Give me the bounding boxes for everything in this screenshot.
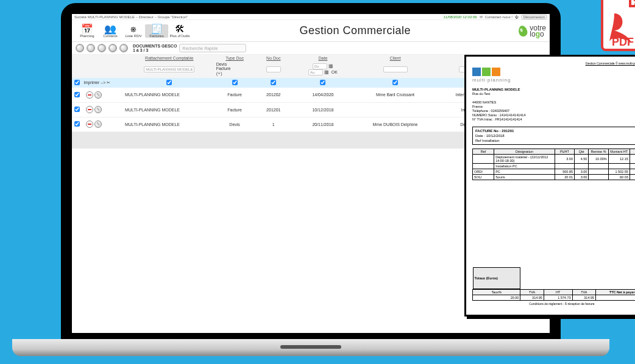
cell-client <box>353 102 437 117</box>
tool-label: Planning <box>80 34 94 38</box>
brand-logo: votre logo <box>519 25 546 37</box>
filter-type-plus[interactable]: (+) <box>216 71 222 76</box>
status-company: Société MULTI-PLANNING MODELE – Directeu… <box>74 15 188 19</box>
tool-liste-rdv[interactable]: ⎈Liste RDV <box>122 24 145 38</box>
cell-type: Facture <box>215 88 255 102</box>
edit-row-icon[interactable] <box>94 121 102 128</box>
company-address: MULTI-PLANNING MODELE Rue du Test 44000 … <box>472 88 635 122</box>
cell-date: 14/04/2020 <box>293 88 353 102</box>
laptop-base <box>12 339 609 356</box>
invoice-totals-table: Totaux (Euros) Taux% TVA HT TVA TTC Net … <box>472 267 635 301</box>
cal-from-icon[interactable]: ▦ <box>328 63 333 69</box>
wheel-icon: ⎈ <box>130 24 137 34</box>
tools-icon: 🛠 <box>175 24 185 34</box>
invoice-items-table: Ref Désignation PUHT Qté Remise % Montan… <box>472 149 635 180</box>
tool-label: Contacts <box>103 34 118 38</box>
filter-no[interactable] <box>266 66 281 72</box>
filter-ok[interactable]: OK <box>332 70 338 74</box>
cell-comp: MULTI-PLANNING MODELE <box>124 102 215 117</box>
col-chk-type[interactable] <box>232 80 238 85</box>
page-title: Gestion Commerciale <box>191 24 519 37</box>
cell-date: 20/11/2018 <box>293 117 353 131</box>
print-btn[interactable] <box>76 44 84 52</box>
contact-link[interactable]: Contactez-nous ! <box>485 15 513 19</box>
tool-label: Plus d'Outils <box>169 34 190 38</box>
print-label: Imprimer --> <box>83 80 105 85</box>
preview-header-link: Gestion Commerciale © www.multi-planning… <box>472 61 635 65</box>
cell-no: 201201 <box>255 102 293 117</box>
brand-squares-icon <box>472 68 635 76</box>
col-rattachement[interactable]: Rattachement Comptable <box>124 55 215 60</box>
filter-type-facture[interactable]: Facture <box>216 66 231 71</box>
cell-comp: MULTI-PLANNING MODELE <box>124 88 215 102</box>
col-chk-no[interactable] <box>271 80 276 85</box>
scissors-icon[interactable]: ✂ <box>107 80 110 85</box>
tool-planning[interactable]: 📅Planning <box>76 24 99 38</box>
logout-button[interactable]: Déconnexion <box>521 15 547 19</box>
invoice-conditions: Conditions de règlement : À réception de… <box>472 302 635 306</box>
tool-contacts[interactable]: 👥Contacts <box>99 24 122 38</box>
pdf-icon: PDF <box>598 0 635 52</box>
col-date[interactable]: Date <box>293 55 353 60</box>
status-date: 11/08/2020 12:02:06 <box>444 15 477 19</box>
main-toolbar: 📅Planning 👥Contacts ⎈Liste RDV 🧾Factures… <box>72 20 550 42</box>
cell-type: Devis <box>215 117 255 131</box>
col-no[interactable]: No Doc <box>255 55 293 60</box>
col-type[interactable]: Type Doc <box>215 55 255 60</box>
tool-label: Liste RDV <box>125 34 141 38</box>
filter-type-devis[interactable]: Devis <box>216 62 227 66</box>
cell-no: 1 <box>255 117 293 131</box>
cell-no: 201202 <box>255 88 293 102</box>
svg-text:PDF: PDF <box>612 36 634 48</box>
row-select[interactable] <box>74 121 80 127</box>
cell-type: Facture <box>215 102 255 117</box>
logo-text: votre logo <box>530 25 546 37</box>
docs-count: DOCUMENTS GESCO 1 à 3 / 3 <box>133 44 177 52</box>
brand-name: multi·planning <box>472 77 635 83</box>
invoice-number-box: FACTURE No : 201201 Date : 10/12/2018 Re… <box>472 127 635 145</box>
contacts-icon: 👥 <box>104 24 116 34</box>
settings-btn[interactable] <box>119 44 128 52</box>
filter-date-from[interactable]: Du <box>313 63 327 69</box>
col-chk-comp[interactable] <box>166 80 172 85</box>
select-all[interactable] <box>74 80 80 85</box>
cell-comp: MULTI-PLANNING MODELE <box>124 117 215 131</box>
delete-row-icon[interactable] <box>86 121 93 128</box>
col-chk-cli[interactable] <box>392 80 398 85</box>
tool-label: Factures <box>149 34 163 38</box>
refresh-btn[interactable] <box>108 44 117 52</box>
edit-row-icon[interactable] <box>94 91 102 99</box>
cell-client: Mme DUBOIS Delphine <box>353 117 437 131</box>
drop-icon <box>517 24 528 37</box>
tool-more[interactable]: 🛠Plus d'Outils <box>168 24 191 38</box>
controls-row: DOCUMENTS GESCO 1 à 3 / 3 Recherche Rapi… <box>72 42 550 55</box>
calendar-icon: 📅 <box>81 24 93 34</box>
power-icon[interactable]: ⏻ <box>515 15 519 19</box>
invoice-icon: 🧾 <box>151 24 163 34</box>
filter-comp[interactable]: MULTI-PLANNING MODELE <box>144 66 194 72</box>
invoice-preview: Gestion Commerciale © www.multi-planning… <box>464 55 635 317</box>
export-btn[interactable] <box>87 44 95 52</box>
search-input[interactable]: Recherche Rapide <box>179 44 246 52</box>
col-client[interactable]: Client <box>353 55 437 60</box>
cell-date: 10/12/2018 <box>293 102 353 117</box>
col-chk-date[interactable] <box>320 80 325 85</box>
cell-client: Mme Baril Croissant <box>353 88 437 102</box>
row-select[interactable] <box>74 107 80 112</box>
mail-icon[interactable]: ✉ <box>480 15 483 19</box>
cal-to-icon[interactable]: ▦ <box>324 69 329 75</box>
delete-row-icon[interactable] <box>86 106 93 113</box>
chart-btn[interactable] <box>98 44 106 52</box>
row-select[interactable] <box>74 92 80 97</box>
status-bar: Société MULTI-PLANNING MODELE – Directeu… <box>72 14 550 20</box>
delete-row-icon[interactable] <box>86 91 93 99</box>
filter-date-to[interactable]: Au <box>308 69 323 75</box>
tool-factures[interactable]: 🧾Factures <box>145 24 168 38</box>
invoice-page-num: page 1/1 <box>472 306 635 310</box>
filter-client[interactable] <box>383 66 408 72</box>
edit-row-icon[interactable] <box>94 106 102 113</box>
